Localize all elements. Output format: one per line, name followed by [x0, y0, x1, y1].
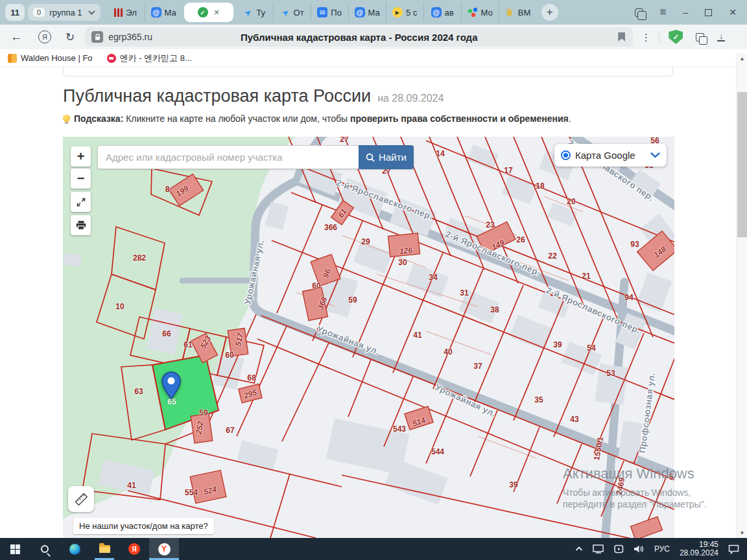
search-button[interactable]: Найти [359, 145, 414, 169]
browser-tab[interactable]: Эл [107, 3, 145, 22]
divider [659, 31, 659, 43]
favicon [8, 54, 17, 63]
page-scrollbar[interactable]: ▲ ▼ [736, 53, 747, 538]
measure-button[interactable] [68, 486, 94, 512]
tab-title: От [294, 8, 304, 18]
print-button[interactable] [71, 215, 91, 235]
protect-shield-icon[interactable]: ✓ [669, 30, 683, 44]
download-icon[interactable]: ↓ [717, 32, 725, 41]
dots-multicolor-icon [468, 7, 478, 18]
extension-icon[interactable] [696, 33, 704, 41]
window-controls: ≡ – ✕ [635, 6, 747, 19]
browser-tab[interactable]: @ав [423, 3, 461, 22]
action-center-icon[interactable] [728, 544, 739, 554]
taskbar-edge-button[interactable] [60, 538, 89, 560]
map-canvas [63, 137, 674, 538]
bookmark-item[interactable]: 엔카 - 엔카믿고 8... [107, 52, 192, 64]
chevron-down-icon [650, 152, 660, 158]
bird-blue-icon: ➤ [278, 5, 292, 19]
yandex-icon[interactable]: Я [38, 30, 51, 43]
not-found-link[interactable]: Не нашли участок/дом на карте? [73, 518, 214, 534]
tab-title: Ту [256, 8, 265, 18]
start-button[interactable] [0, 538, 30, 560]
tab-title: Эл [126, 8, 137, 18]
system-tray: РУС 19:45 28.09.2024 [575, 538, 747, 560]
browser-tab[interactable]: @Ма [145, 3, 182, 22]
browser-tab[interactable]: @Ма [348, 3, 386, 22]
browser-tab[interactable]: ✉По [311, 3, 348, 22]
search-input[interactable] [97, 145, 359, 169]
taskbar-search-button[interactable] [30, 538, 60, 560]
tab-strip: Эл@Ма✓✕➤Ту➤От✉По@Ма▶5 с@авМо♛ВМ [107, 0, 536, 25]
tab-title: ав [445, 8, 454, 18]
clock[interactable]: 19:45 28.09.2024 [680, 541, 718, 557]
chevron-up-icon[interactable] [575, 546, 583, 552]
browser-tab[interactable]: ▶5 с [386, 3, 423, 22]
tab-title: ВМ [518, 8, 531, 18]
url-field[interactable]: egrp365.ru Публичная кадастровая карта -… [85, 27, 633, 47]
search-icon [41, 545, 49, 553]
tab-group-count: 0 [33, 8, 45, 17]
scroll-down-icon[interactable]: ▼ [737, 528, 747, 538]
tab-counter[interactable]: 11 [5, 4, 25, 21]
bulb-icon [63, 115, 70, 122]
map[interactable]: 2-й Ярославского пер.2-й Ярославского пе… [63, 137, 674, 538]
bookmark-item[interactable]: Walden House | Fo [8, 53, 93, 63]
taskbar-yandex-browser-button[interactable]: Y [149, 538, 179, 560]
tab-group[interactable]: 0 группа 1 [28, 4, 101, 21]
zoom-out-button[interactable]: − [71, 169, 91, 189]
time: 19:45 [699, 540, 718, 549]
ruler-icon [74, 492, 88, 506]
browser-tab[interactable]: ✓✕ [184, 3, 233, 22]
address-bar: ← Я ↻ egrp365.ru Публичная кадастровая к… [0, 25, 747, 49]
tab-title: Ма [368, 8, 380, 18]
bookmarks-bar: Walden House | Fo엔카 - 엔카믿고 8... [0, 49, 747, 67]
browser-tab[interactable]: ➤От [273, 3, 311, 22]
tab-title: Мо [481, 8, 493, 18]
browser-tab[interactable]: ♛ВМ [499, 3, 536, 22]
maximize-button[interactable] [705, 9, 712, 16]
yandex-browser-icon: Y [158, 543, 171, 555]
heading-date: на 28.09.2024 [377, 93, 444, 104]
yandex-red-icon: Я [128, 543, 140, 555]
edge-icon [69, 544, 80, 555]
zoom-in-button[interactable]: + [71, 146, 91, 167]
side-panel-icon[interactable] [635, 8, 643, 17]
tab-title: Ма [165, 8, 176, 18]
taskbar-yandex-button[interactable]: Я [119, 538, 149, 560]
map-pin-icon [161, 371, 181, 400]
bookmark-label: Walden House | Fo [21, 53, 93, 63]
building-red-icon [114, 8, 123, 17]
bird-blue-icon: ➤ [241, 5, 255, 19]
network-icon[interactable] [593, 544, 604, 554]
tab-close-icon[interactable]: ✕ [214, 8, 220, 17]
radio-icon [561, 150, 571, 160]
menu-icon[interactable]: ≡ [660, 6, 667, 19]
browser-tab[interactable]: Мо [461, 3, 499, 22]
scroll-up-icon[interactable]: ▲ [737, 53, 747, 64]
new-tab-button[interactable]: + [541, 4, 558, 21]
printer-icon [76, 220, 86, 230]
close-button[interactable]: ✕ [729, 7, 737, 18]
back-button[interactable]: ← [10, 30, 23, 44]
crown-yellow-icon: ♛ [504, 7, 515, 18]
refresh-button[interactable]: ↻ [65, 30, 75, 44]
taskbar: Я Y РУС 19:45 28.09.2024 [0, 538, 747, 560]
security-icon[interactable] [614, 544, 624, 554]
map-layer-selector[interactable]: Карта Google [554, 144, 667, 167]
scrollbar-thumb[interactable] [737, 92, 747, 237]
more-options-icon[interactable]: ⋮ [641, 31, 651, 43]
minimize-button[interactable]: – [683, 7, 688, 18]
fullscreen-button[interactable] [71, 192, 91, 212]
taskbar-explorer-button[interactable] [89, 538, 119, 560]
screen: 11 0 группа 1 Эл@Ма✓✕➤Ту➤От✉По@Ма▶5 с@ав… [0, 0, 747, 560]
language-indicator[interactable]: РУС [654, 544, 670, 554]
browser-tab-bar: 11 0 группа 1 Эл@Ма✓✕➤Ту➤От✉По@Ма▶5 с@ав… [0, 0, 747, 25]
hint-text: Подсказка: Кликните на карте на любой уч… [63, 113, 571, 124]
folder-icon [99, 545, 110, 553]
windows-icon [10, 544, 20, 554]
page-heading: Публичная кадастровая карта России [63, 86, 371, 106]
mail-blue-icon: ✉ [317, 7, 327, 18]
volume-icon[interactable] [634, 544, 645, 554]
browser-tab[interactable]: ➤Ту [235, 3, 273, 22]
